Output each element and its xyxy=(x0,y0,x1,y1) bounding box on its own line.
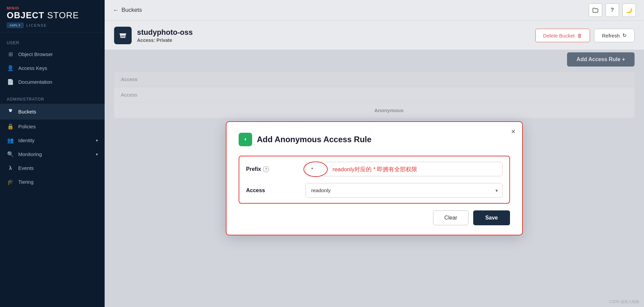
access-field-row: Access readonly writeonly readwrite ▾ xyxy=(246,183,503,198)
logo-area: MINIO OBJECT STORE AGPL▼ LICENSE xyxy=(0,0,105,32)
modal-add-access-rule: × Add Anonymous Access Rule xyxy=(226,121,523,235)
access-select[interactable]: readonly writeonly readwrite xyxy=(305,183,503,198)
sidebar-item-label: Policies xyxy=(18,124,36,129)
theme-icon-btn[interactable]: 🌙 xyxy=(622,3,636,17)
sidebar-item-access-keys[interactable]: 👤 Access Keys xyxy=(0,61,105,75)
modal-fields-area: Prefix ? readonly对应的 * 即拥有全部权限 xyxy=(239,156,510,204)
folder-icon-btn[interactable] xyxy=(589,3,602,17)
lambda-icon: λ xyxy=(7,165,14,171)
monitoring-icon: 🔍 xyxy=(7,151,14,157)
brand-mini: MINIO xyxy=(7,6,98,10)
save-button[interactable]: Save xyxy=(473,210,510,225)
sidebar-item-buckets[interactable]: Buckets xyxy=(0,104,105,120)
chevron-down-icon: ▾ xyxy=(96,138,98,143)
sidebar-item-label: Buckets xyxy=(18,109,36,114)
brand-main: OBJECT STORE xyxy=(7,10,98,21)
bucket-actions: Delete Bucket 🗑 Refresh ↻ xyxy=(535,29,635,42)
refresh-button[interactable]: Refresh ↻ xyxy=(594,29,635,42)
svg-rect-4 xyxy=(121,35,125,36)
prefix-label: Prefix ? xyxy=(246,166,300,172)
svg-rect-5 xyxy=(121,36,125,37)
sidebar-item-label: Object Browser xyxy=(18,51,53,57)
license-text: LICENSE xyxy=(26,23,47,27)
tiering-icon: 🎓 xyxy=(7,179,14,185)
delete-bucket-button[interactable]: Delete Bucket 🗑 xyxy=(535,29,590,42)
sidebar-item-label: Events xyxy=(18,165,34,171)
modal-actions: Clear Save xyxy=(239,210,510,225)
topbar: ← Buckets ? 🌙 xyxy=(105,0,644,21)
refresh-icon: ↻ xyxy=(622,32,627,39)
sidebar-item-identity[interactable]: 👥 Identity ▾ xyxy=(0,133,105,147)
help-icon-btn[interactable]: ? xyxy=(606,3,619,17)
sidebar-item-label: Documentation xyxy=(18,79,52,85)
breadcrumb: Buckets xyxy=(122,7,142,14)
agpl-badge: AGPL▼ xyxy=(7,23,24,28)
svg-rect-1 xyxy=(9,109,12,110)
sidebar-item-label: Monitoring xyxy=(18,151,42,157)
modal-title: Add Anonymous Access Rule xyxy=(257,135,372,144)
bucket-header: studyphoto-oss Access: Private Delete Bu… xyxy=(105,21,644,50)
content-area: Add Access Rule + Access Access Anonymou… xyxy=(105,50,644,307)
sidebar-item-label: Tiering xyxy=(18,179,33,185)
user-section-label: User xyxy=(0,35,105,47)
question-icon: ? xyxy=(611,7,614,13)
sidebar-item-policies[interactable]: 🔒 Policies xyxy=(0,120,105,133)
clear-button[interactable]: Clear xyxy=(433,210,468,225)
moon-icon: 🌙 xyxy=(626,7,633,14)
refresh-label: Refresh xyxy=(602,33,620,39)
bucket-icon xyxy=(7,107,14,116)
bucket-access: Access: Private xyxy=(137,37,193,43)
back-button[interactable]: ← xyxy=(113,7,119,14)
admin-section-label: Administrator xyxy=(0,92,105,104)
access-label: Access xyxy=(246,187,300,194)
prefix-input-wrapper: readonly对应的 * 即拥有全部权限 xyxy=(305,162,503,176)
modal-close-button[interactable]: × xyxy=(511,127,515,136)
sidebar-item-monitoring[interactable]: 🔍 Monitoring ▾ xyxy=(0,147,105,161)
prefix-input[interactable] xyxy=(305,162,503,176)
svg-rect-7 xyxy=(245,140,245,141)
modal-title-row: Add Anonymous Access Rule xyxy=(239,133,510,146)
access-select-wrapper: readonly writeonly readwrite ▾ xyxy=(305,183,503,198)
sidebar-item-tiering[interactable]: 🎓 Tiering xyxy=(0,175,105,189)
svg-point-6 xyxy=(245,138,246,140)
sidebar-item-object-browser[interactable]: ⊞ Object Browser xyxy=(0,47,105,61)
lock-icon: 🔒 xyxy=(7,123,14,130)
bucket-info: studyphoto-oss Access: Private xyxy=(114,27,193,44)
prefix-field-row: Prefix ? readonly对应的 * 即拥有全部权限 xyxy=(246,162,503,176)
sidebar: MINIO OBJECT STORE AGPL▼ LICENSE User ⊞ … xyxy=(0,0,105,307)
chevron-down-icon: ▾ xyxy=(96,152,98,157)
doc-icon: 📄 xyxy=(7,79,14,85)
sidebar-item-documentation[interactable]: 📄 Documentation xyxy=(0,75,105,89)
identity-icon: 👥 xyxy=(7,137,14,144)
shield-key-icon xyxy=(239,133,252,146)
modal-overlay: × Add Anonymous Access Rule xyxy=(105,50,644,307)
grid-icon: ⊞ xyxy=(7,51,14,57)
main-content: ← Buckets ? 🌙 xyxy=(105,0,644,307)
sidebar-item-label: Identity xyxy=(18,137,34,143)
sidebar-item-events[interactable]: λ Events xyxy=(0,161,105,175)
delete-bucket-label: Delete Bucket xyxy=(543,33,574,39)
bucket-icon-large xyxy=(114,27,132,44)
bucket-name: studyphoto-oss xyxy=(137,28,193,37)
person-icon: 👤 xyxy=(7,65,14,71)
prefix-help-icon[interactable]: ? xyxy=(263,166,269,172)
trash-icon: 🗑 xyxy=(577,33,582,39)
sidebar-item-label: Access Keys xyxy=(18,65,47,71)
